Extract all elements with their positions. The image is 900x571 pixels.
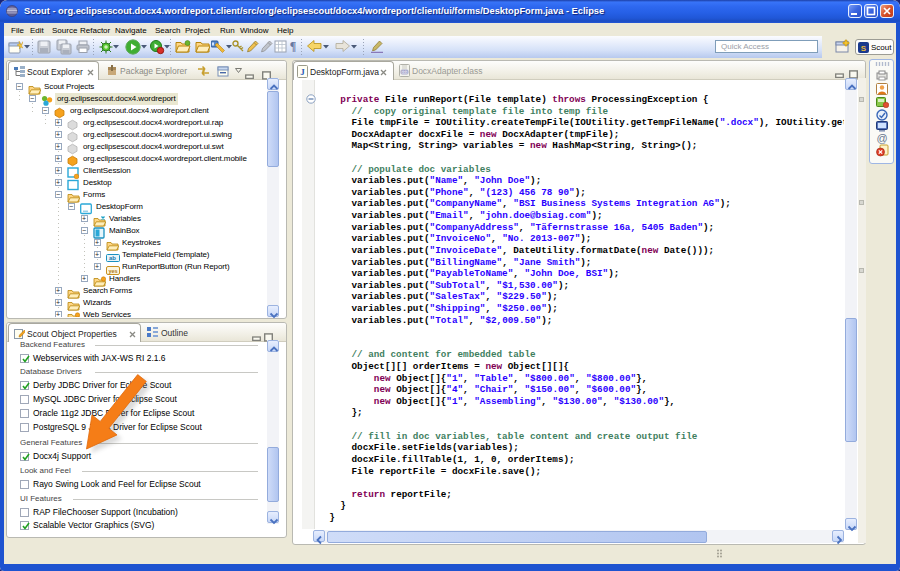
svg-text:S: S bbox=[861, 44, 867, 53]
svg-text:@: @ bbox=[876, 132, 887, 144]
svg-text:¶: ¶ bbox=[290, 39, 296, 53]
svg-text:J: J bbox=[300, 67, 305, 77]
svg-text:010: 010 bbox=[402, 70, 408, 74]
